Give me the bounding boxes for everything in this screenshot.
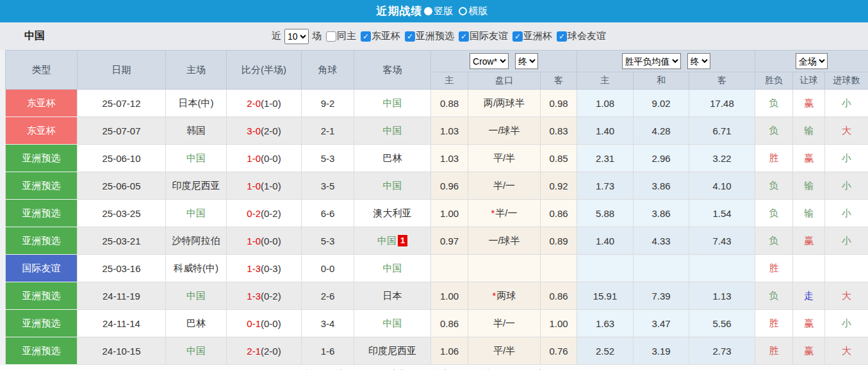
league-checkbox-2[interactable]: ✓亚洲预选 [400, 30, 454, 42]
cell-match-type: 亚洲预选 [6, 200, 78, 227]
cell-winloss-result: 负 [755, 227, 793, 255]
table-row: 东亚杯25-07-12日本(中)2-0(1-0)9-2中国0.88两/两球半0.… [6, 90, 868, 117]
away-team-name: 中国 [377, 235, 397, 246]
halftime-score: (2-0) [261, 346, 281, 357]
checkbox-label[interactable]: 球会友谊 [568, 30, 606, 42]
cell-handicap-line: 半/一 [468, 172, 541, 200]
col-header-type: 类型 [6, 51, 78, 90]
cell-goals-result: 小 [825, 172, 868, 200]
radio-horizontal-label[interactable]: 横版 [469, 5, 488, 17]
home-team-name: 中国 [186, 152, 206, 163]
cell-handicap-result: 输 [793, 117, 825, 145]
cell-corners: 1-6 [302, 337, 354, 365]
cell-date: 24-11-19 [78, 282, 166, 310]
cell-handicap-home-odds: 0.96 [431, 172, 468, 200]
unchecked-checkbox-icon[interactable] [326, 31, 336, 42]
cell-date: 24-10-15 [78, 337, 166, 365]
cell-europe-away-odds: 17.48 [689, 90, 755, 117]
checked-checkbox-icon[interactable]: ✓ [405, 31, 415, 42]
cell-goals-result: 小 [825, 90, 868, 117]
cell-handicap-home-odds: 1.03 [431, 145, 468, 172]
league-checkbox-0[interactable]: 同主 [322, 30, 356, 42]
checked-checkbox-icon[interactable]: ✓ [361, 31, 371, 42]
europe-odds-select[interactable]: 胜平负均值 [622, 53, 681, 69]
odds-company-select[interactable]: Crow* [470, 53, 509, 69]
handicap-line-text: 半/一 [493, 180, 515, 191]
cell-corners: 5-3 [302, 227, 354, 255]
cell-away-team: 中国 [354, 172, 431, 200]
radio-vertical-layout[interactable] [424, 7, 432, 15]
cell-handicap-result: 赢 [793, 227, 825, 255]
cell-score: 1-0(0-0) [227, 145, 302, 172]
league-checkbox-3[interactable]: ✓国际友谊 [454, 30, 508, 42]
checkbox-label[interactable]: 亚洲预选 [416, 30, 454, 42]
checkbox-label[interactable]: 东亚杯 [372, 30, 400, 42]
radio-vertical-label[interactable]: 竖版 [434, 5, 454, 17]
cell-away-team: 中国 [354, 117, 431, 145]
table-row: 亚洲预选25-06-10中国1-0(0-0)5-3巴林1.03平/半0.852.… [6, 145, 868, 172]
handicap-line-text: 一/球半 [488, 125, 520, 136]
scope-select[interactable]: 全场 [796, 53, 828, 69]
cell-europe-home-odds: 1.08 [577, 90, 634, 117]
league-checkbox-1[interactable]: ✓东亚杯 [356, 30, 400, 42]
odds-time-select-1[interactable]: 终 [515, 53, 538, 69]
cell-europe-away-odds: 1.54 [689, 200, 755, 227]
cell-europe-draw-odds: 4.28 [634, 117, 689, 145]
cell-corners: 0-0 [302, 255, 354, 282]
radio-horizontal-layout[interactable] [459, 7, 467, 15]
away-team-name: 澳大利亚 [373, 207, 412, 218]
cell-score: 1-0(0-0) [227, 227, 302, 255]
home-team-name: 日本(中) [179, 97, 214, 108]
cell-corners: 3-5 [302, 172, 354, 200]
cell-europe-draw-odds: 7.39 [634, 282, 689, 310]
fulltime-score: 1-3 [247, 263, 261, 274]
table-row: 亚洲预选24-11-14巴林0-1(0-0)3-4中国0.86半/一1.001.… [6, 310, 868, 337]
table-row: 国际友谊25-03-16科威特(中)1-3(0-3)0-0中国胜 [6, 255, 868, 282]
checkbox-label[interactable]: 亚洲杯 [523, 30, 552, 42]
cell-handicap-result: 赢 [793, 310, 825, 337]
halftime-score: (0-0) [261, 318, 281, 329]
cell-handicap-result: 赢 [793, 145, 825, 172]
fulltime-score: 0-1 [247, 318, 261, 329]
away-team-name: 中国 [383, 125, 402, 136]
cell-europe-home-odds [577, 255, 634, 282]
near-label: 近 [272, 30, 281, 42]
table-row: 亚洲预选25-03-25中国0-2(0-2)6-6澳大利亚1.00*半/一0.8… [6, 200, 868, 227]
cell-handicap-away-odds: 0.76 [541, 337, 577, 365]
checked-checkbox-icon[interactable]: ✓ [459, 31, 469, 42]
cell-handicap-line: *两球 [468, 282, 541, 310]
home-team-name: 印度尼西亚 [172, 180, 220, 191]
checked-checkbox-icon[interactable]: ✓ [512, 31, 523, 42]
checkbox-label[interactable]: 国际友谊 [470, 30, 508, 42]
cell-match-type: 亚洲预选 [6, 310, 78, 337]
fulltime-score: 1-0 [247, 153, 261, 164]
cell-handicap-home-odds: 0.97 [431, 227, 468, 255]
subcol-ah-home: 主 [431, 72, 468, 90]
cell-goals-result: 小 [825, 200, 868, 227]
subcol-handicap-result: 让球 [793, 72, 825, 90]
cell-score: 3-0(2-0) [227, 117, 302, 145]
fulltime-score: 1-3 [247, 291, 261, 302]
cell-handicap-result: 输 [793, 200, 825, 227]
league-checkbox-5[interactable]: ✓球会友谊 [552, 30, 606, 42]
match-count-select[interactable]: 10 [284, 29, 309, 44]
cell-handicap-home-odds: 1.03 [431, 117, 468, 145]
away-team-name: 印度尼西亚 [368, 345, 416, 356]
odds-time-select-2[interactable]: 终 [687, 53, 710, 69]
cell-winloss-result: 胜 [755, 255, 793, 282]
cell-europe-away-odds: 2.73 [689, 337, 755, 365]
cell-europe-draw-odds: 3.47 [634, 310, 689, 337]
cell-europe-home-odds: 1.40 [577, 227, 634, 255]
cell-europe-away-odds: 7.43 [689, 227, 755, 255]
cell-home-team: 中国 [166, 145, 227, 172]
cell-goals-result: 小 [825, 227, 868, 255]
cell-home-team: 科威特(中) [166, 255, 227, 282]
table-row: 亚洲预选24-10-15中国2-1(2-0)1-6印度尼西亚1.06平/半0.7… [6, 337, 868, 365]
league-checkbox-4[interactable]: ✓亚洲杯 [508, 30, 552, 42]
handicap-line-text: 平/半 [493, 152, 515, 163]
checkbox-label[interactable]: 同主 [337, 30, 356, 42]
checked-checkbox-icon[interactable]: ✓ [557, 31, 567, 42]
cell-date: 25-03-21 [78, 227, 166, 255]
cell-away-team: 澳大利亚 [354, 200, 431, 227]
cell-handicap-home-odds: 1.00 [431, 200, 468, 227]
